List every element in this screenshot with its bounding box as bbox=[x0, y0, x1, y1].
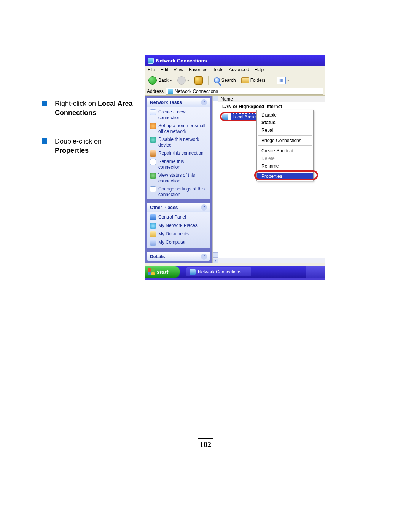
task-setup-home-network[interactable]: Set up a home or small office network bbox=[150, 123, 207, 134]
task-label: Rename this connection bbox=[158, 159, 207, 170]
taskbar-item-label: Network Connections bbox=[198, 269, 241, 275]
place-label: My Documents bbox=[158, 231, 189, 237]
panel-body: Create a new connection Set up a home or… bbox=[147, 107, 210, 199]
task-disable-device[interactable]: Disable this network device bbox=[150, 137, 207, 148]
column-header-name[interactable]: Name bbox=[218, 96, 325, 102]
instruction-text: Right-click on Local Area Connections bbox=[55, 99, 137, 118]
chevron-up-icon[interactable]: ˄ bbox=[201, 204, 207, 211]
main-split: Network Tasks ˄ Create a new connection … bbox=[145, 96, 325, 263]
my-documents-icon bbox=[150, 231, 156, 237]
instruction-pretext: Double-click on bbox=[55, 137, 102, 145]
square-bullet-icon bbox=[42, 138, 47, 144]
place-network-places[interactable]: My Network Places bbox=[150, 223, 207, 229]
task-label: Change settings of this connection bbox=[158, 186, 207, 198]
ctx-separator bbox=[258, 145, 312, 146]
panel-header[interactable]: Network Tasks ˄ bbox=[147, 98, 210, 107]
chevron-up-icon[interactable]: ˄ bbox=[201, 254, 207, 260]
start-button[interactable]: start bbox=[145, 266, 180, 278]
menu-file[interactable]: File bbox=[148, 67, 155, 72]
instruction-list: Right-click on Local Area Connections Do… bbox=[42, 99, 137, 174]
new-connection-icon bbox=[150, 109, 156, 115]
task-label: Disable this network device bbox=[158, 137, 207, 148]
ctx-rename[interactable]: Rename bbox=[257, 162, 313, 170]
panel-title: Other Places bbox=[150, 205, 178, 210]
task-label: Set up a home or small office network bbox=[158, 123, 207, 134]
ctx-separator bbox=[258, 171, 312, 171]
panel-other-places: Other Places ˄ Control Panel My Network … bbox=[147, 203, 210, 248]
task-view-status[interactable]: View status of this connection bbox=[150, 173, 207, 184]
back-arrow-icon bbox=[148, 76, 157, 85]
settings-icon bbox=[150, 186, 156, 192]
ctx-bridge[interactable]: Bridge Connections bbox=[257, 137, 313, 144]
place-my-computer[interactable]: My Computer bbox=[150, 240, 207, 246]
square-bullet-icon bbox=[42, 101, 47, 106]
page-number: 102 bbox=[198, 438, 213, 449]
disable-device-icon bbox=[150, 137, 156, 143]
ctx-disable[interactable]: Disable bbox=[257, 111, 313, 119]
task-label: View status of this connection bbox=[158, 173, 207, 184]
menu-advanced[interactable]: Advanced bbox=[229, 67, 249, 72]
window-border-bottom bbox=[145, 263, 325, 266]
menu-tools[interactable]: Tools bbox=[213, 67, 223, 72]
place-control-panel[interactable]: Control Panel bbox=[150, 214, 207, 220]
panel-title: Details bbox=[150, 254, 165, 259]
panel-header[interactable]: Details ˄ bbox=[147, 252, 210, 261]
scroll-down-button[interactable]: ˅ bbox=[213, 252, 218, 258]
menu-edit[interactable]: Edit bbox=[160, 67, 168, 72]
dropdown-icon[interactable]: ▾ bbox=[287, 78, 289, 82]
column-header-label: Name bbox=[221, 96, 233, 102]
my-computer-icon bbox=[150, 240, 156, 246]
dropdown-icon[interactable]: ▾ bbox=[187, 78, 189, 82]
views-button[interactable]: ▦ ▾ bbox=[275, 76, 291, 85]
folders-button[interactable]: Folders bbox=[240, 77, 267, 84]
ctx-status[interactable]: Status bbox=[257, 119, 313, 126]
connection-icon bbox=[222, 114, 228, 120]
network-places-icon bbox=[150, 223, 156, 229]
menu-favorites[interactable]: Favorites bbox=[189, 67, 207, 72]
scroll-left-button[interactable]: ‹ bbox=[213, 259, 218, 263]
scroll-up-button[interactable]: ˄ bbox=[213, 96, 218, 101]
address-value: Network Connections bbox=[175, 89, 218, 94]
system-tray[interactable] bbox=[306, 266, 325, 278]
place-my-documents[interactable]: My Documents bbox=[150, 231, 207, 237]
folders-label: Folders bbox=[250, 78, 266, 83]
ctx-properties[interactable]: Properties bbox=[257, 173, 313, 180]
chevron-up-icon[interactable]: ˄ bbox=[201, 99, 207, 105]
task-change-settings[interactable]: Change settings of this connection bbox=[150, 186, 207, 198]
addressbar: Address Network Connections bbox=[145, 87, 325, 96]
task-repair-connection[interactable]: Repair this connection bbox=[150, 150, 207, 157]
search-button[interactable]: Search bbox=[212, 77, 237, 84]
ctx-repair[interactable]: Repair bbox=[257, 126, 313, 134]
page-number-container: 102 bbox=[0, 438, 411, 449]
window-titlebar[interactable]: Network Connections bbox=[145, 55, 325, 66]
toolbar: Back ▾ ▾ Search Folders ▦ ▾ bbox=[145, 73, 325, 87]
panel-header[interactable]: Other Places ˄ bbox=[147, 203, 210, 212]
forward-button[interactable]: ▾ bbox=[176, 75, 191, 85]
menu-help[interactable]: Help bbox=[255, 67, 264, 72]
ctx-create-shortcut[interactable]: Create Shortcut bbox=[257, 147, 313, 155]
taskbar: start Network Connections bbox=[145, 266, 325, 278]
search-icon bbox=[214, 77, 220, 83]
forward-arrow-icon bbox=[177, 76, 186, 85]
dropdown-icon[interactable]: ▾ bbox=[170, 78, 172, 82]
repair-icon bbox=[150, 150, 156, 157]
views-icon: ▦ bbox=[277, 77, 286, 84]
up-folder-icon bbox=[194, 76, 203, 85]
task-label: Create a new connection bbox=[158, 109, 207, 121]
taskbar-app-icon bbox=[190, 269, 196, 275]
horizontal-scrollbar[interactable]: ‹ bbox=[213, 258, 325, 263]
back-button[interactable]: Back ▾ bbox=[147, 75, 174, 85]
instruction-text: Double-click on Properties bbox=[55, 137, 137, 155]
status-icon bbox=[150, 173, 156, 179]
ctx-separator bbox=[258, 135, 312, 136]
task-rename-connection[interactable]: Rename this connection bbox=[150, 159, 207, 170]
toolbar-separator bbox=[271, 76, 271, 85]
address-field[interactable]: Network Connections bbox=[166, 88, 323, 95]
menu-view[interactable]: View bbox=[174, 67, 183, 72]
task-create-connection[interactable]: Create a new connection bbox=[150, 109, 207, 121]
back-label: Back bbox=[158, 78, 169, 83]
up-button[interactable] bbox=[193, 75, 204, 85]
panel-network-tasks: Network Tasks ˄ Create a new connection … bbox=[147, 98, 210, 199]
menubar: File Edit View Favorites Tools Advanced … bbox=[145, 66, 325, 73]
taskbar-item[interactable]: Network Connections bbox=[186, 267, 251, 276]
